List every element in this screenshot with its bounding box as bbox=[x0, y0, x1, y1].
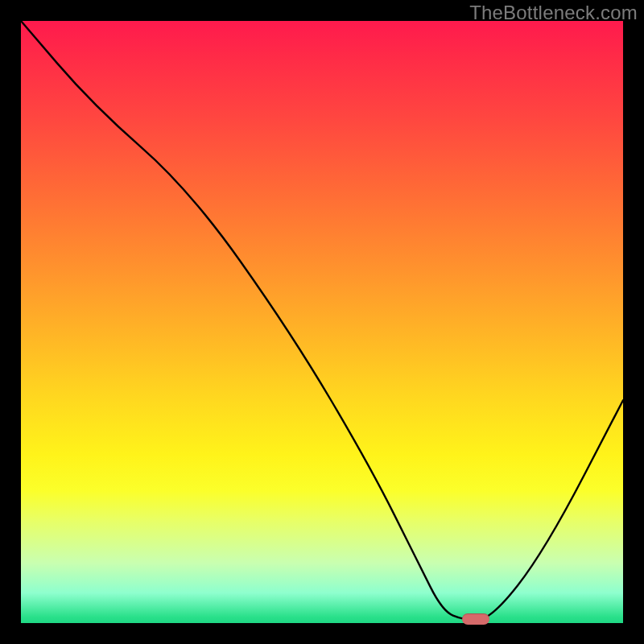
watermark-text: TheBottleneck.com bbox=[469, 2, 638, 24]
chart-line bbox=[21, 21, 623, 623]
chart-line-path bbox=[21, 21, 623, 620]
chart-frame: TheBottleneck.com bbox=[0, 0, 644, 644]
chart-optimum-marker bbox=[462, 613, 489, 625]
chart-plot-area bbox=[21, 21, 623, 623]
